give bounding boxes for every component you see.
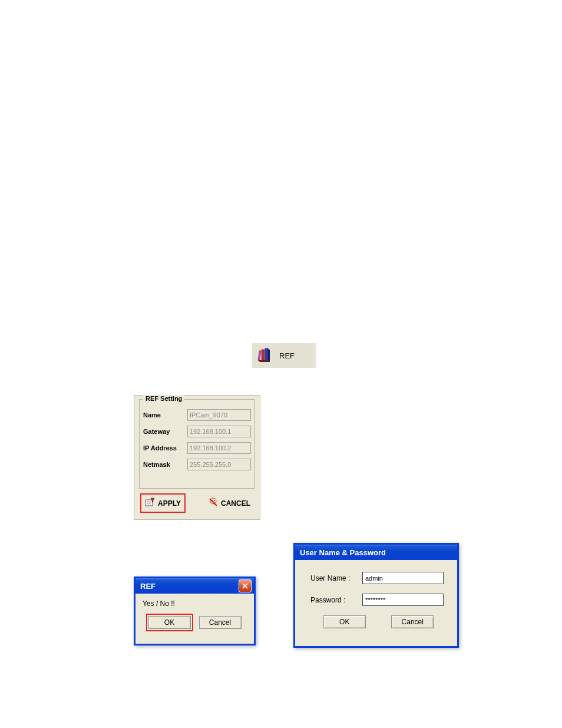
field-row-netmask: Netmask xyxy=(143,459,251,470)
ref-setting-groupbox: REF Setting Name Gateway IP Address Netm… xyxy=(139,399,255,489)
apply-button[interactable]: APPLY xyxy=(140,493,186,513)
ref-confirm-dialog: REF Yes / No !! OK Cancel xyxy=(134,577,256,645)
gateway-input[interactable] xyxy=(187,426,251,437)
svg-point-13 xyxy=(214,500,215,501)
ref-setting-panel: REF Setting Name Gateway IP Address Netm… xyxy=(134,395,260,520)
auth-cancel-label: Cancel xyxy=(402,618,424,626)
netmask-input[interactable] xyxy=(187,459,251,470)
svg-marker-4 xyxy=(268,348,270,362)
password-label: Password : xyxy=(310,596,362,604)
confirm-titlebar: REF xyxy=(135,578,254,594)
confirm-ok-button[interactable]: OK xyxy=(148,616,191,629)
field-row-name: Name xyxy=(143,409,251,421)
cancel-panel-button[interactable]: CANCEL xyxy=(204,493,254,513)
password-input[interactable] xyxy=(362,594,444,606)
confirm-title: REF xyxy=(140,582,156,591)
svg-point-11 xyxy=(210,498,216,504)
auth-row-username: User Name : xyxy=(310,572,447,584)
ref-toolbar-label: REF xyxy=(279,351,295,360)
field-row-ip: IP Address xyxy=(143,442,251,454)
ref-toolbar-button[interactable]: REF xyxy=(252,343,316,368)
confirm-cancel-button[interactable]: Cancel xyxy=(199,616,242,629)
field-row-gateway: Gateway xyxy=(143,426,251,437)
cancel-icon xyxy=(208,497,219,509)
close-icon xyxy=(242,582,248,591)
username-label: User Name : xyxy=(310,574,362,582)
name-label: Name xyxy=(143,411,187,419)
auth-dialog: User Name & Password User Name : Passwor… xyxy=(293,543,459,648)
auth-titlebar: User Name & Password xyxy=(295,545,457,560)
auth-title: User Name & Password xyxy=(300,548,386,557)
netmask-label: Netmask xyxy=(143,461,187,468)
confirm-message: Yes / No !! xyxy=(143,599,247,608)
apply-button-label: APPLY xyxy=(158,499,181,508)
svg-rect-1 xyxy=(262,350,265,361)
svg-rect-2 xyxy=(265,348,268,361)
apply-icon xyxy=(145,497,156,509)
ip-label: IP Address xyxy=(143,444,187,452)
confirm-cancel-label: Cancel xyxy=(209,618,231,627)
groupbox-title: REF Setting xyxy=(143,395,184,402)
books-icon xyxy=(257,347,273,364)
close-button[interactable] xyxy=(239,579,252,592)
username-input[interactable] xyxy=(362,572,444,584)
auth-ok-button[interactable]: OK xyxy=(323,615,366,628)
auth-cancel-button[interactable]: Cancel xyxy=(391,615,434,628)
svg-marker-0 xyxy=(258,351,261,360)
confirm-ok-label: OK xyxy=(164,618,174,627)
cancel-panel-button-label: CANCEL xyxy=(221,499,250,508)
ip-input[interactable] xyxy=(187,442,251,454)
auth-row-password: Password : xyxy=(310,594,447,606)
name-input[interactable] xyxy=(187,409,251,421)
gateway-label: Gateway xyxy=(143,428,187,435)
auth-ok-label: OK xyxy=(339,618,349,626)
